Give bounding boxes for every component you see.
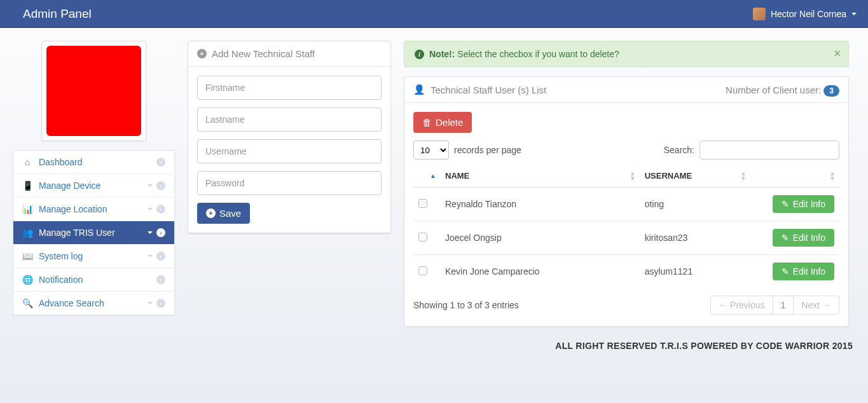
sidebar-item-label: Manage Location <box>39 204 107 214</box>
alert-close-button[interactable]: × <box>834 48 841 59</box>
add-staff-panel: +Add New Technical Staff + Save <box>188 41 391 233</box>
info-icon: i <box>415 50 424 59</box>
footer-text: ALL RIGHT RESERVED T.R.I.S POWERED BY CO… <box>0 333 868 364</box>
sidebar-item-notification[interactable]: 🌐Notification › <box>13 268 174 292</box>
row-checkbox[interactable] <box>418 199 427 208</box>
alert-message: Select the checbox if you want to delete… <box>457 49 619 59</box>
row-checkbox[interactable] <box>418 266 427 275</box>
device-icon: 📱 <box>22 181 32 191</box>
username-input[interactable] <box>197 139 382 163</box>
app-title: Admin Panel <box>23 7 92 21</box>
sidebar-item-label: Manage Device <box>39 181 100 191</box>
table-row: Kevin Jone Camparecioasylum1121✎ Edit In… <box>413 255 839 289</box>
page-size-suffix: records per page <box>454 145 521 155</box>
caret-down-icon <box>148 208 153 210</box>
info-alert: i Note!: Select the checbox if you want … <box>404 41 849 67</box>
sidebar-nav: ⌂Dashboard › 📱Manage Device › 📊Manage Lo… <box>13 150 175 315</box>
delete-button-label: Delete <box>436 117 463 128</box>
avatar <box>753 8 766 20</box>
save-button-label: Save <box>219 208 241 219</box>
chevron-right-icon: › <box>156 299 165 308</box>
pagination: ← Previous 1 Next → <box>710 296 839 315</box>
caret-down-icon <box>148 184 153 187</box>
table-info: Showing 1 to 3 of 3 entries <box>413 300 519 310</box>
lastname-input[interactable] <box>197 107 382 132</box>
col-username[interactable]: USERNAME▲▼ <box>640 165 750 188</box>
chevron-right-icon: › <box>156 275 165 284</box>
page-number-button[interactable]: 1 <box>773 296 794 315</box>
password-input[interactable] <box>197 171 382 195</box>
cell-username: oting <box>640 188 750 221</box>
prev-page-button[interactable]: ← Previous <box>710 296 773 315</box>
cell-username: kiritosan23 <box>640 221 750 255</box>
edit-info-button[interactable]: ✎ Edit Info <box>773 195 834 213</box>
profile-image <box>46 46 141 136</box>
sidebar-item-manage-location[interactable]: 📊Manage Location › <box>13 198 174 221</box>
chevron-right-icon: › <box>156 252 165 261</box>
edit-info-button[interactable]: ✎ Edit Info <box>773 229 834 247</box>
delete-button[interactable]: 🗑 Delete <box>413 112 472 133</box>
user-list-panel: 👤 Technical Staff User (s) List Number o… <box>404 76 849 327</box>
firstname-input[interactable] <box>197 76 382 100</box>
pencil-icon: ✎ <box>782 199 789 209</box>
home-icon: ⌂ <box>22 157 32 167</box>
pencil-icon: ✎ <box>782 266 789 277</box>
search-label: Search: <box>664 145 694 155</box>
sidebar-item-manage-device[interactable]: 📱Manage Device › <box>13 174 174 198</box>
caret-down-icon <box>851 13 857 15</box>
trash-icon: 🗑 <box>422 117 432 128</box>
cell-name: Kevin Jone Camparecio <box>440 255 640 289</box>
search-input[interactable] <box>699 140 839 160</box>
save-button[interactable]: + Save <box>197 203 250 224</box>
sidebar-item-label: Notification <box>39 275 83 285</box>
next-page-button[interactable]: Next → <box>794 296 839 315</box>
user-menu[interactable]: Hector Neil Cornea <box>753 8 857 20</box>
col-checkbox[interactable]: ▲ <box>413 165 440 188</box>
cell-name: Reynaldo Tianzon <box>440 188 640 221</box>
caret-down-icon <box>148 255 153 257</box>
sidebar-item-label: Dashboard <box>39 157 83 167</box>
chevron-right-icon: › <box>156 205 165 214</box>
table-row: Joecel Ongsipkiritosan23✎ Edit Info <box>413 221 839 255</box>
user-icon: 👤 <box>413 84 425 95</box>
page-size-select[interactable]: 10 <box>413 140 449 160</box>
alert-prefix: Note!: <box>429 49 455 59</box>
panel-heading: Add New Technical Staff <box>212 48 315 59</box>
users-table: ▲ NAME▲▼ USERNAME▲▼ ▲▼ Reynaldo Tianzono… <box>413 165 839 288</box>
sidebar-item-label: Manage TRIS User <box>39 228 115 238</box>
location-icon: 📊 <box>22 204 32 214</box>
topbar: Admin Panel Hector Neil Cornea <box>0 0 868 28</box>
row-checkbox[interactable] <box>418 233 427 242</box>
col-name[interactable]: NAME▲▼ <box>440 165 640 188</box>
cell-username: asylum1121 <box>640 255 750 289</box>
edit-label: Edit Info <box>793 199 825 209</box>
cell-name: Joecel Ongsip <box>440 221 640 255</box>
chevron-right-icon: › <box>156 181 165 190</box>
client-count-label: Number of Client user: <box>726 85 821 95</box>
caret-down-icon <box>148 302 153 304</box>
edit-info-button[interactable]: ✎ Edit Info <box>773 263 834 280</box>
chevron-right-icon: › <box>156 158 165 167</box>
table-row: Reynaldo Tianzonoting✎ Edit Info <box>413 188 839 221</box>
chevron-right-icon: › <box>156 228 165 237</box>
sidebar-item-dashboard[interactable]: ⌂Dashboard › <box>13 151 174 174</box>
search-icon: 🔍 <box>22 298 32 308</box>
caret-down-icon <box>148 231 153 234</box>
profile-image-box <box>41 41 146 141</box>
sidebar-item-label: Advance Search <box>39 298 104 308</box>
edit-label: Edit Info <box>793 233 825 243</box>
user-name-label: Hector Neil Cornea <box>771 9 846 19</box>
sidebar-item-label: System log <box>39 251 83 261</box>
col-actions[interactable]: ▲▼ <box>750 165 839 188</box>
edit-label: Edit Info <box>793 266 825 277</box>
panel-heading: Technical Staff User (s) List <box>431 85 546 95</box>
pencil-icon: ✎ <box>782 233 789 243</box>
book-icon: 📖 <box>22 251 32 261</box>
sidebar-item-manage-tris-user[interactable]: 👥Manage TRIS User › <box>13 221 174 245</box>
globe-icon: 🌐 <box>22 275 32 285</box>
plus-circle-icon: + <box>197 49 207 58</box>
sidebar-item-system-log[interactable]: 📖System log › <box>13 245 174 268</box>
plus-circle-icon: + <box>206 208 216 218</box>
client-count-badge: 3 <box>823 85 839 97</box>
sidebar-item-advance-search[interactable]: 🔍Advance Search › <box>13 292 174 315</box>
